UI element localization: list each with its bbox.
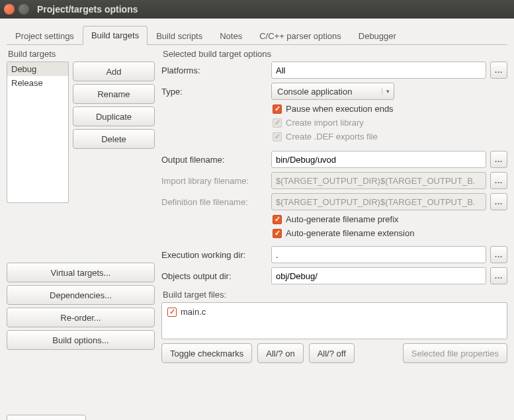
tab-parser-options[interactable]: C/C++ parser options <box>251 26 350 45</box>
build-target-files-legend: Build target files: <box>161 288 507 302</box>
tab-build-scripts[interactable]: Build scripts <box>148 26 211 45</box>
objects-dir-label: Objects output dir: <box>161 271 267 281</box>
target-item-debug[interactable]: Debug <box>7 62 68 76</box>
build-targets-legend: Build targets <box>7 48 155 62</box>
selected-target-options-legend: Selected build target options <box>161 48 507 62</box>
tab-project-settings[interactable]: Project settings <box>7 26 83 45</box>
output-filename-label: Output filename: <box>161 155 267 165</box>
output-filename-browse-button[interactable]: ... <box>490 151 507 168</box>
definition-file-filename-label: Definition file filename: <box>161 197 267 207</box>
reorder-button[interactable]: Re-order... <box>7 308 155 327</box>
delete-button[interactable]: Delete <box>73 129 155 149</box>
pause-checkbox[interactable]: Pause when execution ends <box>271 104 507 114</box>
add-button[interactable]: Add <box>73 62 155 81</box>
chevron-down-icon: ▾ <box>382 88 390 95</box>
minimize-icon[interactable] <box>19 4 29 15</box>
auto-prefix-checkbox[interactable]: Auto-generate filename prefix <box>271 214 507 224</box>
selected-file-properties-button: Selected file properties <box>403 343 507 363</box>
execution-dir-browse-button[interactable]: ... <box>490 246 507 263</box>
create-project-from-target-button[interactable]: Create project from target... <box>7 415 86 420</box>
build-options-button[interactable]: Build options... <box>7 330 155 350</box>
toggle-checkmarks-button[interactable]: Toggle checkmarks <box>161 343 252 363</box>
window-title: Project/targets options <box>37 4 138 15</box>
objects-dir-browse-button[interactable]: ... <box>490 267 507 284</box>
platforms-label: Platforms: <box>161 65 267 75</box>
definition-file-browse-button[interactable]: ... <box>490 193 507 210</box>
titlebar: Project/targets options <box>0 0 514 19</box>
file-item[interactable]: main.c <box>166 307 503 317</box>
left-column: Build targets Debug Release Add Rename D… <box>7 48 155 420</box>
target-item-release[interactable]: Release <box>7 76 68 90</box>
create-import-library-checkbox: Create import library <box>271 118 507 128</box>
import-library-filename-label: Import library filename: <box>161 176 267 186</box>
output-filename-input[interactable] <box>271 151 486 168</box>
duplicate-button[interactable]: Duplicate <box>73 106 155 126</box>
right-column: Selected build target options Platforms:… <box>161 48 507 420</box>
dependencies-button[interactable]: Dependencies... <box>7 285 155 305</box>
import-library-browse-button[interactable]: ... <box>490 172 507 189</box>
target-list[interactable]: Debug Release <box>7 62 69 203</box>
rename-button[interactable]: Rename <box>73 84 155 104</box>
build-target-files-list[interactable]: main.c <box>161 302 507 339</box>
import-library-filename-input <box>271 172 486 189</box>
auto-extension-checkbox[interactable]: Auto-generate filename extension <box>271 228 507 238</box>
all-off-button[interactable]: All/? off <box>309 343 355 363</box>
definition-file-filename-input <box>271 193 486 210</box>
close-icon[interactable] <box>4 4 15 15</box>
create-def-exports-checkbox: Create .DEF exports file <box>271 132 507 142</box>
all-on-button[interactable]: All/? on <box>257 343 303 363</box>
tab-debugger[interactable]: Debugger <box>350 26 405 45</box>
dialog-content: Project settings Build targets Build scr… <box>0 19 514 420</box>
execution-dir-label: Execution working dir: <box>161 250 267 260</box>
type-value: Console application <box>277 87 352 97</box>
virtual-targets-button[interactable]: Virtual targets... <box>7 263 155 282</box>
objects-dir-input[interactable] <box>271 267 486 284</box>
platforms-input[interactable] <box>271 62 486 79</box>
platforms-browse-button[interactable]: ... <box>490 62 507 79</box>
type-label: Type: <box>161 87 267 97</box>
tab-notes[interactable]: Notes <box>211 26 251 45</box>
tab-build-targets[interactable]: Build targets <box>83 26 148 45</box>
tabs-row: Project settings Build targets Build scr… <box>7 25 507 45</box>
type-select[interactable]: Console application ▾ <box>271 83 394 100</box>
execution-dir-input[interactable] <box>271 246 486 263</box>
